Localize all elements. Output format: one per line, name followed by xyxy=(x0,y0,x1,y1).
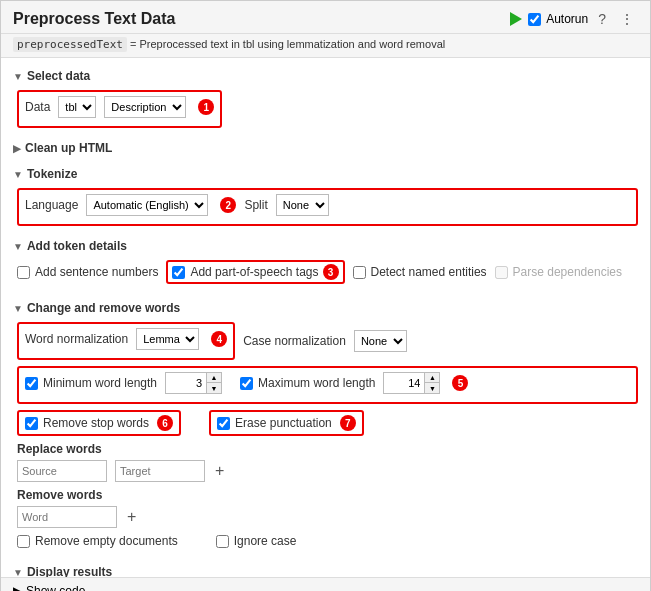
select-data-box: Data tbl Description 1 xyxy=(17,90,222,128)
named-entities-checkbox[interactable] xyxy=(353,266,366,279)
section-display-header[interactable]: ▼ Display results xyxy=(13,562,638,577)
replace-words-label: Replace words xyxy=(17,442,638,456)
section-change-remove-header[interactable]: ▼ Change and remove words xyxy=(13,298,638,318)
menu-button[interactable]: ⋮ xyxy=(616,9,638,29)
autorun-label: Autorun xyxy=(546,12,588,26)
sentence-numbers-label[interactable]: Add sentence numbers xyxy=(17,265,158,279)
data-select[interactable]: tbl xyxy=(58,96,96,118)
autorun-checkbox[interactable] xyxy=(528,13,541,26)
split-select[interactable]: None xyxy=(276,194,329,216)
word-norm-row: Word normalization Lemma 4 Case normaliz… xyxy=(17,322,638,360)
subtitle-text: = Preprocessed text in tbl using lemmati… xyxy=(127,38,445,50)
min-max-box: Minimum word length ▲ ▼ Maximum word len… xyxy=(17,366,638,404)
min-word-spinners: ▲ ▼ xyxy=(207,372,222,394)
word-norm-inner: Word normalization Lemma 4 xyxy=(25,328,227,350)
pos-tags-checkbox[interactable] xyxy=(172,266,185,279)
parse-deps-text: Parse dependencies xyxy=(513,265,622,279)
section-select-data-header[interactable]: ▼ Select data xyxy=(13,66,638,86)
erase-punct-label[interactable]: Erase punctuation xyxy=(217,416,332,430)
target-input[interactable] xyxy=(115,460,205,482)
show-code-row[interactable]: ▶ Show code xyxy=(1,577,650,591)
tokenize-label: Tokenize xyxy=(27,167,77,181)
section-tokenize-header[interactable]: ▼ Tokenize xyxy=(13,164,638,184)
remove-empty-text: Remove empty documents xyxy=(35,534,178,548)
word-norm-box: Word normalization Lemma 4 xyxy=(17,322,235,360)
show-code-arrow: ▶ xyxy=(13,584,22,591)
max-word-spinners: ▲ ▼ xyxy=(425,372,440,394)
min-word-down[interactable]: ▼ xyxy=(207,383,221,393)
add-token-badge: 3 xyxy=(323,264,339,280)
named-entities-label[interactable]: Detect named entities xyxy=(353,265,487,279)
section-change-remove: ▼ Change and remove words Word normaliza… xyxy=(13,298,638,556)
word-norm-select[interactable]: Lemma xyxy=(136,328,199,350)
parse-deps-label[interactable]: Parse dependencies xyxy=(495,265,622,279)
section-select-data: ▼ Select data Data tbl Description 1 xyxy=(13,66,638,132)
help-button[interactable]: ? xyxy=(594,9,610,29)
section-display: ▼ Display results Show tokenized text Sh… xyxy=(13,562,638,577)
content-area: ▼ Select data Data tbl Description 1 xyxy=(1,57,650,577)
tokenize-badge: 2 xyxy=(220,197,236,213)
remove-words-row: + xyxy=(17,506,638,528)
ignore-case-label[interactable]: Ignore case xyxy=(216,534,297,548)
ignore-case-checkbox[interactable] xyxy=(216,535,229,548)
tokenize-box: Language Automatic (English) 2 Split Non… xyxy=(17,188,638,226)
named-entities-text: Detect named entities xyxy=(371,265,487,279)
play-icon xyxy=(510,12,522,26)
remove-words-section: Remove words + xyxy=(17,488,638,528)
clean-html-arrow: ▶ xyxy=(13,143,21,154)
add-token-arrow: ▼ xyxy=(13,241,23,252)
language-select[interactable]: Automatic (English) xyxy=(86,194,208,216)
max-word-up[interactable]: ▲ xyxy=(425,373,439,383)
pos-tags-label[interactable]: Add part-of-speech tags xyxy=(172,265,318,279)
token-options-row: Add sentence numbers Add part-of-speech … xyxy=(17,260,638,284)
source-input[interactable] xyxy=(17,460,107,482)
select-data-label: Select data xyxy=(27,69,90,83)
max-word-input[interactable] xyxy=(383,372,425,394)
section-add-token-body: Add sentence numbers Add part-of-speech … xyxy=(13,256,638,292)
select-data-badge: 1 xyxy=(198,99,214,115)
main-window: Preprocess Text Data Autorun ? ⋮ preproc… xyxy=(0,0,651,591)
description-select[interactable]: Description xyxy=(104,96,186,118)
min-word-text: Minimum word length xyxy=(43,376,157,390)
section-add-token-header[interactable]: ▼ Add token details xyxy=(13,236,638,256)
word-input[interactable] xyxy=(17,506,117,528)
case-norm-select[interactable]: None xyxy=(354,330,407,352)
autorun-area: Autorun xyxy=(528,12,588,26)
min-word-up[interactable]: ▲ xyxy=(207,373,221,383)
word-add-button[interactable]: + xyxy=(125,509,138,525)
erase-punct-badge: 7 xyxy=(340,415,356,431)
remove-empty-checkbox[interactable] xyxy=(17,535,30,548)
max-word-checkbox[interactable] xyxy=(240,377,253,390)
language-label: Language xyxy=(25,198,78,212)
erase-punct-box: Erase punctuation 7 xyxy=(209,410,364,436)
ignore-case-text: Ignore case xyxy=(234,534,297,548)
word-norm-badge: 4 xyxy=(211,331,227,347)
min-word-checkbox[interactable] xyxy=(25,377,38,390)
title-bar-right: Autorun ? ⋮ xyxy=(510,9,638,29)
min-word-label[interactable]: Minimum word length xyxy=(25,376,157,390)
title-bar: Preprocess Text Data Autorun ? ⋮ xyxy=(1,1,650,34)
section-change-remove-body: Word normalization Lemma 4 Case normaliz… xyxy=(13,318,638,556)
parse-deps-checkbox[interactable] xyxy=(495,266,508,279)
remove-stop-checkbox[interactable] xyxy=(25,417,38,430)
remove-stop-label[interactable]: Remove stop words xyxy=(25,416,149,430)
split-label: Split xyxy=(244,198,267,212)
select-data-arrow: ▼ xyxy=(13,71,23,82)
empty-case-row: Remove empty documents Ignore case xyxy=(17,534,638,548)
min-word-input-wrap: ▲ ▼ xyxy=(165,372,222,394)
remove-words-label: Remove words xyxy=(17,488,638,502)
max-word-label[interactable]: Maximum word length xyxy=(240,376,375,390)
section-clean-html-header[interactable]: ▶ Clean up HTML xyxy=(13,138,638,158)
min-word-input[interactable] xyxy=(165,372,207,394)
run-button[interactable] xyxy=(510,12,522,26)
replace-add-button[interactable]: + xyxy=(213,463,226,479)
section-add-token: ▼ Add token details Add sentence numbers… xyxy=(13,236,638,292)
display-arrow: ▼ xyxy=(13,567,23,578)
title-bar-left: Preprocess Text Data xyxy=(13,10,175,28)
section-select-data-body: Data tbl Description 1 xyxy=(13,86,638,132)
sentence-numbers-checkbox[interactable] xyxy=(17,266,30,279)
erase-punct-checkbox[interactable] xyxy=(217,417,230,430)
remove-empty-label[interactable]: Remove empty documents xyxy=(17,534,178,548)
subtitle-code: preprocessedText xyxy=(13,37,127,52)
max-word-down[interactable]: ▼ xyxy=(425,383,439,393)
